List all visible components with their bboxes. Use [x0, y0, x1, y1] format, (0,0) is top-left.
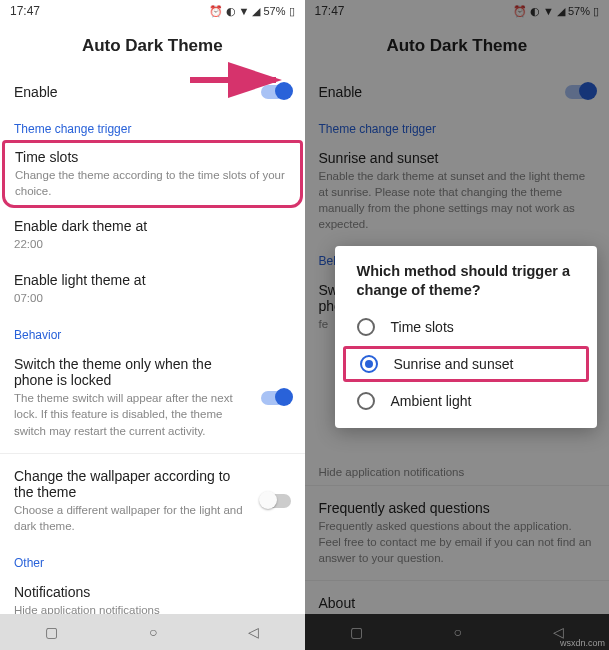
status-icons: ⏰ ◐ ▼ ◢ 57% ▯: [209, 5, 295, 18]
left-screen: 17:47 ⏰ ◐ ▼ ◢ 57% ▯ Auto Dark Theme Enab…: [0, 0, 305, 650]
highlight-timeslots: Time slots Change the theme according to…: [2, 140, 303, 208]
timeslots-sub: Change the theme according to the time s…: [15, 167, 290, 199]
section-behavior: Behavior: [14, 316, 291, 346]
notifications-row[interactable]: Notifications Hide application notificat…: [14, 574, 291, 614]
dnd-icon: ◐: [226, 5, 236, 18]
option-timeslots[interactable]: Time slots: [335, 310, 598, 344]
notifications-sub: Hide application notifications: [14, 602, 291, 614]
divider: [0, 453, 305, 454]
signal-icon: ◢: [252, 5, 260, 18]
light-at-val: 07:00: [14, 290, 291, 306]
locked-row[interactable]: Switch the theme only when the phone is …: [14, 346, 291, 448]
option-ambient[interactable]: Ambient light: [335, 384, 598, 418]
nav-back-icon[interactable]: ◁: [248, 624, 259, 640]
dark-at-val: 22:00: [14, 236, 291, 252]
enable-label: Enable: [14, 84, 58, 100]
status-bar: 17:47 ⏰ ◐ ▼ ◢ 57% ▯: [0, 0, 305, 22]
light-at-title: Enable light theme at: [14, 272, 291, 288]
page-title: Auto Dark Theme: [0, 22, 305, 74]
locked-sub: The theme switch will appear after the n…: [14, 390, 251, 438]
radio-icon[interactable]: [360, 355, 378, 373]
radio-icon[interactable]: [357, 318, 375, 336]
option-label: Ambient light: [391, 393, 472, 409]
watermark: wsxdn.com: [560, 638, 605, 648]
nav-recent-icon[interactable]: ▢: [45, 624, 58, 640]
enable-switch[interactable]: [261, 85, 291, 99]
locked-title: Switch the theme only when the phone is …: [14, 356, 251, 388]
section-trigger: Theme change trigger: [14, 110, 291, 140]
alarm-icon: ⏰: [209, 5, 223, 18]
radio-icon[interactable]: [357, 392, 375, 410]
section-other: Other: [14, 544, 291, 574]
wallpaper-switch[interactable]: [261, 494, 291, 508]
settings-list: Enable Theme change trigger Time slots C…: [0, 74, 305, 614]
battery-icon: ▯: [289, 5, 295, 18]
locked-switch[interactable]: [261, 391, 291, 405]
option-label: Time slots: [391, 319, 454, 335]
nav-home-icon[interactable]: ○: [149, 624, 157, 640]
wallpaper-sub: Choose a different wallpaper for the lig…: [14, 502, 251, 534]
wallpaper-row[interactable]: Change the wallpaper according to the th…: [14, 458, 291, 544]
dark-at-row[interactable]: Enable dark theme at 22:00: [14, 208, 291, 262]
option-label: Sunrise and sunset: [394, 356, 514, 372]
highlight-sunrise: Sunrise and sunset: [343, 346, 590, 382]
dialog-title: Which method should trigger a change of …: [335, 262, 598, 310]
right-screen: 17:47 ⏰ ◐ ▼ ◢ 57% ▯ Auto Dark Theme Enab…: [305, 0, 610, 650]
option-sunrise[interactable]: Sunrise and sunset: [346, 349, 587, 379]
enable-row[interactable]: Enable: [14, 74, 291, 110]
notifications-title: Notifications: [14, 584, 291, 600]
light-at-row[interactable]: Enable light theme at 07:00: [14, 262, 291, 316]
trigger-dialog: Which method should trigger a change of …: [335, 246, 598, 428]
nav-bar: ▢ ○ ◁: [0, 614, 305, 650]
battery-percent: 57%: [263, 5, 285, 17]
wallpaper-title: Change the wallpaper according to the th…: [14, 468, 251, 500]
dark-at-title: Enable dark theme at: [14, 218, 291, 234]
timeslots-title[interactable]: Time slots: [15, 149, 290, 165]
wifi-icon: ▼: [239, 5, 250, 17]
status-time: 17:47: [10, 4, 40, 18]
